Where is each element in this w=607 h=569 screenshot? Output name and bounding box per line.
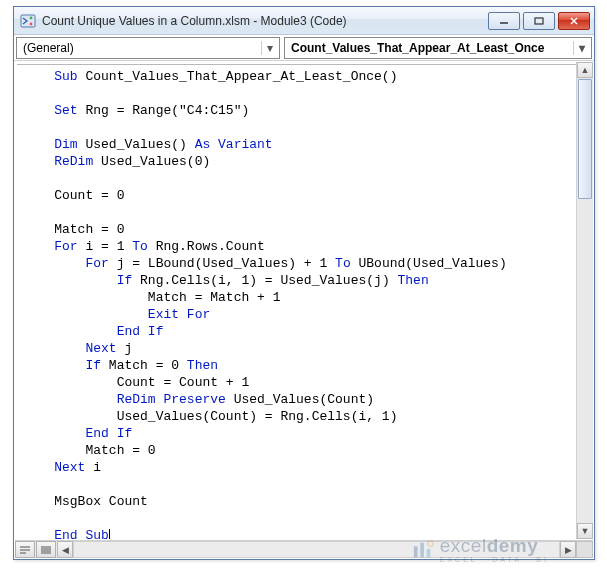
- titlebar[interactable]: Count Unique Values in a Column.xlsm - M…: [14, 7, 594, 35]
- full-module-view-button[interactable]: [36, 541, 56, 558]
- object-dropdown[interactable]: (General) ▾: [16, 37, 280, 59]
- procedure-separator: [17, 64, 579, 65]
- window-controls: [488, 12, 590, 30]
- chevron-down-icon: ▾: [261, 41, 275, 55]
- bottom-bar: ◀ ▶: [15, 540, 593, 558]
- scroll-left-arrow-icon[interactable]: ◀: [57, 541, 73, 558]
- object-dropdown-value: (General): [23, 41, 257, 55]
- procedure-dropdown[interactable]: Count_Values_That_Appear_At_Least_Once ▾: [284, 37, 592, 59]
- scroll-track[interactable]: [577, 79, 593, 522]
- code-pane-selectors: (General) ▾ Count_Values_That_Appear_At_…: [14, 35, 594, 61]
- scroll-down-arrow-icon[interactable]: ▼: [577, 523, 593, 539]
- scroll-right-arrow-icon[interactable]: ▶: [560, 541, 576, 558]
- horizontal-scrollbar[interactable]: [73, 541, 560, 558]
- chevron-down-icon: ▾: [573, 41, 587, 55]
- scroll-thumb[interactable]: [578, 79, 592, 199]
- code-editor[interactable]: Sub Count_Values_That_Appear_At_Least_On…: [15, 62, 593, 539]
- close-button[interactable]: [558, 12, 590, 30]
- svg-point-2: [30, 22, 33, 25]
- svg-point-1: [30, 16, 33, 19]
- scrollbar-corner: [576, 541, 593, 558]
- scroll-up-arrow-icon[interactable]: ▲: [577, 62, 593, 78]
- vba-module-icon: [20, 13, 36, 29]
- window-title: Count Unique Values in a Column.xlsm - M…: [42, 14, 488, 28]
- code-content: Sub Count_Values_That_Appear_At_Least_On…: [23, 68, 589, 539]
- vbe-window: Count Unique Values in a Column.xlsm - M…: [13, 6, 595, 560]
- maximize-button[interactable]: [523, 12, 555, 30]
- procedure-dropdown-value: Count_Values_That_Appear_At_Least_Once: [291, 41, 569, 55]
- text-cursor: [109, 529, 110, 539]
- svg-rect-4: [535, 18, 543, 24]
- minimize-button[interactable]: [488, 12, 520, 30]
- procedure-view-button[interactable]: [15, 541, 35, 558]
- vertical-scrollbar[interactable]: ▲ ▼: [576, 62, 593, 539]
